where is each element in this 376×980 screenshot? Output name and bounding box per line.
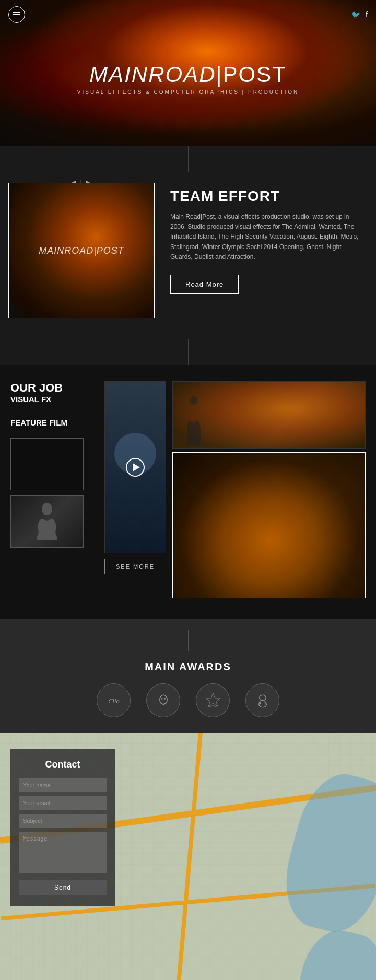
play-button[interactable]: [126, 458, 145, 477]
ourjob-layout: OUR JOB VISUAL FX FEATURE FILM: [10, 381, 366, 598]
awards-logos: Clio EPICA: [10, 683, 366, 717]
thumb-box-dark: [10, 438, 84, 490]
award-face: [146, 683, 180, 717]
play-triangle-icon: [133, 463, 140, 471]
message-input[interactable]: [19, 832, 107, 873]
contact-panel-title: Contact: [19, 759, 107, 770]
read-more-button[interactable]: Read More: [170, 275, 239, 294]
facebook-icon[interactable]: f: [366, 10, 368, 19]
menu-button[interactable]: [8, 6, 25, 23]
vertical-line-2: [188, 339, 189, 365]
thumb-box-person: [10, 495, 84, 548]
hero-section: 🐦 f mainroad|post VISUAL EFFECTS & COMPU…: [0, 0, 376, 146]
awards-section: MAIN AWARDS Clio EPICA: [0, 619, 376, 733]
logo-text: mainroad|post: [77, 62, 299, 87]
svg-point-1: [190, 396, 197, 405]
subject-input[interactable]: [19, 814, 107, 828]
ourjob-right: [172, 381, 366, 598]
name-input[interactable]: [19, 778, 107, 792]
team-description: Main Road|Post, a visual effects product…: [170, 212, 363, 262]
ourjob-subtitle1: VISUAL FX: [10, 395, 99, 404]
ourjob-title: OUR JOB VISUAL FX FEATURE FILM: [10, 381, 99, 428]
svg-point-8: [259, 695, 266, 701]
team-section: ◄ | ► Mainroad|post TEAM EFFORT Main Roa…: [0, 172, 376, 339]
svg-text:EPICA: EPICA: [208, 704, 217, 707]
ourjob-left: OUR JOB VISUAL FX FEATURE FILM: [10, 381, 99, 553]
ourjob-main-title: OUR JOB: [10, 381, 63, 394]
center-video-box: [104, 381, 166, 553]
twitter-icon[interactable]: 🐦: [351, 10, 360, 19]
send-button[interactable]: Send: [19, 880, 107, 895]
team-image-bg: Mainroad|post: [9, 183, 154, 318]
hero-logo: mainroad|post VISUAL EFFECTS & COMPUTER …: [77, 62, 299, 95]
divider-1: [0, 146, 376, 172]
right-top-image: [172, 381, 366, 449]
right-bottom-image: [172, 452, 366, 598]
awards-title: MAIN AWARDS: [10, 661, 366, 673]
ourjob-center: SEE MORE: [104, 381, 167, 574]
contact-panel: Contact Send: [10, 749, 115, 906]
award-epica: EPICA: [196, 683, 230, 717]
ourjob-section: OUR JOB VISUAL FX FEATURE FILM: [0, 365, 376, 619]
hamburger-icon: [13, 12, 20, 18]
hero-nav: 🐦 f: [0, 6, 376, 23]
ourjob-subtitle2: FEATURE FILM: [10, 418, 99, 428]
contact-section: Contact Send CONTACT US: [0, 733, 376, 980]
divider-2: [0, 339, 376, 365]
vertical-line-1: [188, 146, 189, 172]
see-more-button[interactable]: SEE MORE: [104, 559, 166, 574]
team-content-col: TEAM EFFORT Main Road|Post, a visual eff…: [162, 172, 376, 339]
team-title: TEAM EFFORT: [170, 188, 363, 205]
svg-point-3: [159, 695, 167, 704]
svg-point-0: [42, 503, 52, 515]
award-cannes: [245, 683, 279, 717]
email-input[interactable]: [19, 796, 107, 810]
team-image-col: ◄ | ► Mainroad|post: [0, 172, 162, 339]
svg-point-4: [161, 698, 162, 700]
svg-text:Clio: Clio: [108, 697, 120, 704]
vertical-line-3: [188, 630, 189, 651]
hero-tagline: VISUAL EFFECTS & COMPUTER GRAPHICS | PRO…: [77, 89, 299, 95]
team-image-frame: Mainroad|post: [8, 183, 155, 318]
award-cipa: Clio: [97, 683, 131, 717]
svg-point-5: [164, 698, 166, 700]
team-image-logo: Mainroad|post: [39, 245, 124, 256]
social-icons: 🐦 f: [351, 10, 368, 19]
person-thumbnail: [11, 496, 83, 547]
